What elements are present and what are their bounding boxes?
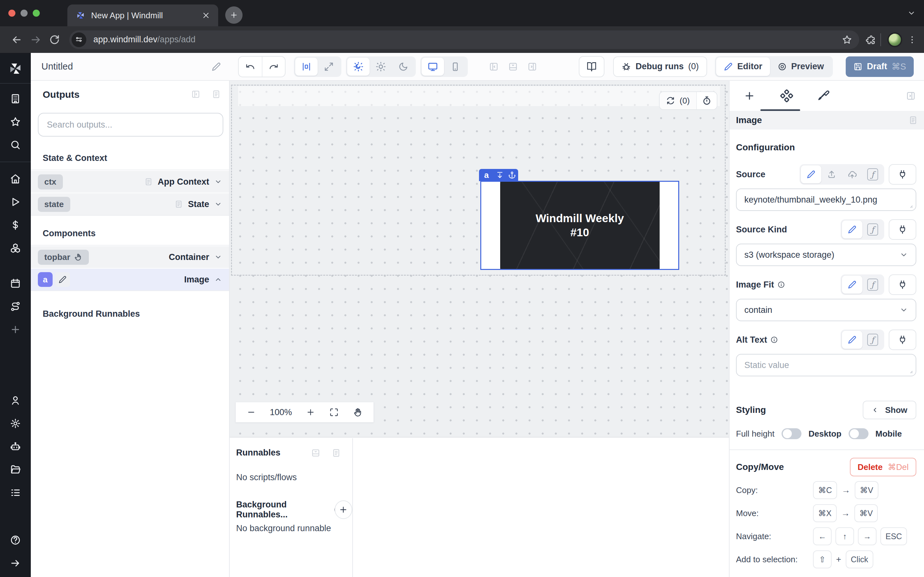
state-badge[interactable]: state (38, 197, 70, 212)
source-kind-connect-button[interactable] (889, 219, 916, 240)
styling-tab[interactable] (817, 89, 831, 103)
toggle-bottom-panel-icon[interactable] (508, 62, 518, 71)
fullscreen-layout-toggle[interactable] (318, 58, 340, 76)
expand-rail-icon[interactable] (10, 558, 21, 569)
site-settings-chip[interactable] (71, 32, 86, 47)
source-upload-toggle[interactable] (821, 165, 842, 183)
resources-icon[interactable] (10, 243, 21, 253)
topbar-badge[interactable]: topbar (38, 250, 89, 265)
add-icon[interactable] (10, 324, 21, 335)
ctx-badge[interactable]: ctx (38, 174, 63, 189)
schedules-icon[interactable] (10, 278, 21, 289)
runnables-doc-icon[interactable] (332, 448, 341, 458)
draft-button[interactable]: Draft ⌘S (846, 56, 914, 77)
image-fit-eval-toggle[interactable]: ƒ (863, 276, 883, 293)
undo-button[interactable] (239, 57, 262, 77)
workspace-icon[interactable] (10, 93, 21, 104)
source-kind-static-toggle[interactable] (842, 221, 863, 239)
state-chevron-icon[interactable] (214, 200, 222, 208)
resize-grip-icon[interactable] (907, 202, 913, 208)
runs-icon[interactable] (10, 197, 21, 207)
fit-view-icon[interactable] (329, 408, 339, 417)
zoom-out-icon[interactable] (247, 408, 256, 417)
browser-tab[interactable]: New App | Windmill (67, 5, 218, 26)
output-row-ctx[interactable]: ctx App Context (31, 170, 229, 193)
delete-button[interactable]: Delete ⌘Del (850, 458, 916, 476)
close-tab-icon[interactable] (202, 11, 210, 19)
recompute-all-button[interactable]: (0) (660, 92, 696, 109)
outputs-doc-icon[interactable] (212, 90, 221, 99)
collapse-runnables-icon[interactable] (311, 448, 320, 458)
extensions-icon[interactable] (865, 34, 876, 45)
component-row-a-selected[interactable]: a Image (31, 268, 229, 290)
source-input[interactable]: keynote/thumbnail_weekly_10.png (736, 189, 916, 211)
redo-button[interactable] (262, 57, 285, 77)
help-icon[interactable] (10, 535, 21, 546)
show-styling-button[interactable]: Show (863, 401, 916, 419)
workers-icon[interactable] (10, 441, 21, 452)
alt-text-static-toggle[interactable] (842, 331, 863, 349)
image-fit-connect-button[interactable] (889, 274, 916, 295)
tab-search-chevron-icon[interactable] (907, 9, 916, 17)
reload-icon[interactable] (48, 34, 61, 45)
debug-runs-button[interactable]: Debug runs (0) (613, 56, 707, 77)
image-fit-select[interactable]: contain (736, 299, 916, 321)
theme-auto-toggle[interactable] (347, 58, 370, 76)
history-button[interactable] (696, 92, 717, 109)
flows-icon[interactable] (10, 301, 21, 312)
logs-icon[interactable] (10, 487, 21, 498)
alt-text-input[interactable]: Static value (736, 354, 916, 376)
search-outputs-input[interactable] (38, 113, 223, 137)
alt-text-connect-button[interactable] (889, 330, 916, 350)
source-connect-button[interactable] (889, 164, 916, 185)
toggle-left-panel-icon[interactable] (489, 62, 499, 71)
bookmark-star-icon[interactable] (842, 35, 852, 45)
selection-label[interactable]: a (479, 169, 518, 181)
mobile-view-toggle[interactable] (444, 58, 467, 76)
zoom-in-icon[interactable] (306, 408, 315, 417)
component-a-badge[interactable]: a (38, 272, 53, 287)
full-height-desktop-toggle[interactable] (782, 428, 801, 439)
close-window-button[interactable] (8, 10, 15, 17)
new-tab-button[interactable] (225, 6, 242, 24)
source-kind-eval-toggle[interactable]: ƒ (863, 221, 883, 239)
user-icon[interactable] (10, 395, 21, 406)
anchor-icon[interactable] (508, 171, 516, 179)
collapse-outputs-icon[interactable] (191, 90, 200, 99)
search-icon[interactable] (10, 139, 21, 150)
url-bar[interactable]: app.windmill.dev/apps/add (69, 31, 859, 49)
alt-text-eval-toggle[interactable]: ƒ (863, 331, 883, 349)
selected-image-component[interactable]: Windmill Weekly #10 (480, 181, 679, 270)
collapse-inspector-icon[interactable] (906, 91, 916, 101)
theme-dark-toggle[interactable] (392, 58, 415, 76)
preview-tab[interactable]: Preview (770, 57, 832, 76)
window-controls[interactable] (0, 0, 48, 26)
rename-pencil-icon[interactable] (212, 62, 221, 71)
insert-component-tab[interactable] (742, 89, 756, 103)
topbar-chevron-icon[interactable] (214, 253, 222, 261)
full-height-mobile-toggle[interactable] (849, 428, 869, 439)
component-doc-icon[interactable] (909, 116, 918, 125)
toggle-right-panel-icon[interactable] (527, 62, 537, 71)
source-eval-toggle[interactable]: ƒ (863, 165, 883, 183)
component-a-chevron-icon[interactable] (214, 276, 222, 284)
output-row-state[interactable]: state State (31, 193, 229, 215)
favorites-icon[interactable] (10, 116, 21, 127)
editor-tab[interactable]: Editor (716, 57, 770, 76)
ctx-chevron-icon[interactable] (214, 178, 222, 185)
maximize-window-button[interactable] (33, 10, 40, 17)
expand-down-icon[interactable] (496, 171, 504, 179)
source-static-toggle[interactable] (801, 165, 821, 183)
browser-menu-icon[interactable] (907, 35, 917, 45)
alt-resize-grip-icon[interactable] (907, 367, 913, 374)
app-title[interactable]: Untitled (41, 61, 73, 72)
profile-avatar[interactable] (887, 32, 902, 47)
edit-id-chip[interactable] (55, 272, 70, 287)
image-fit-static-toggle[interactable] (842, 276, 863, 293)
docs-button[interactable] (579, 56, 604, 77)
zoom-level[interactable]: 100% (270, 408, 292, 417)
variables-icon[interactable] (10, 219, 21, 230)
source-kind-select[interactable]: s3 (workspace storage) (736, 243, 916, 266)
forward-icon[interactable] (29, 34, 43, 45)
pan-hand-icon[interactable] (353, 408, 363, 417)
